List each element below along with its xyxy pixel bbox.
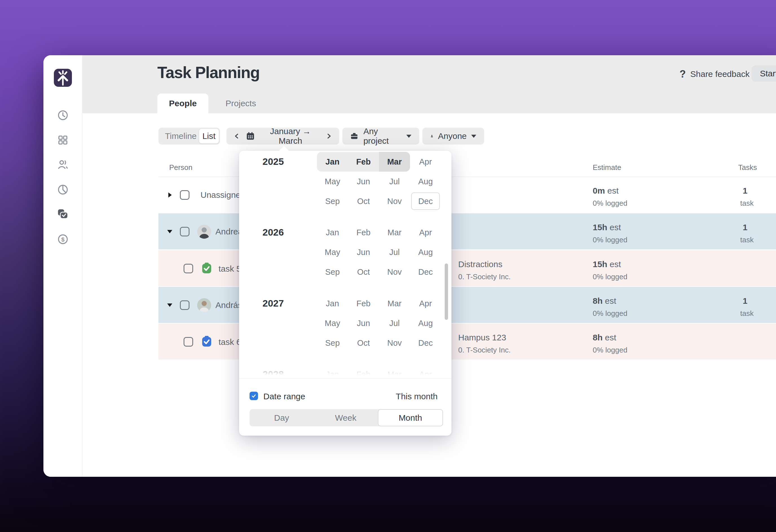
start-button-label: Start t bbox=[760, 69, 776, 78]
row-checkbox[interactable] bbox=[180, 190, 189, 200]
month-cell-2027-Mar[interactable]: Mar bbox=[379, 294, 410, 313]
year-block-2025: 2025JanFebMarAprMayJunJulAugSepOctNovDec bbox=[239, 152, 451, 211]
row-checkbox[interactable] bbox=[180, 300, 189, 310]
month-cell-2026-Aug[interactable]: Aug bbox=[410, 242, 441, 262]
app-logo[interactable] bbox=[54, 69, 72, 87]
month-cell-2026-Apr[interactable]: Apr bbox=[410, 223, 441, 242]
month-cell-2025-Jul[interactable]: Jul bbox=[379, 172, 410, 191]
logged-value: 0% logged bbox=[593, 199, 627, 208]
list-label: List bbox=[202, 131, 216, 141]
month-cell-2026-Feb[interactable]: Feb bbox=[348, 223, 379, 242]
tab-people[interactable]: People bbox=[157, 93, 208, 113]
svg-text:$: $ bbox=[61, 236, 64, 243]
sidebar-item-dashboard[interactable] bbox=[57, 135, 68, 146]
month-cell-2027-Dec[interactable]: Dec bbox=[410, 333, 441, 353]
sidebar-item-reports[interactable] bbox=[57, 184, 68, 195]
month-cell-2025-Mar[interactable]: Mar bbox=[379, 152, 410, 172]
month-cell-2025-Nov[interactable]: Nov bbox=[379, 191, 410, 211]
chevron-left-icon[interactable] bbox=[234, 133, 240, 139]
column-header-estimate: Estimate bbox=[593, 163, 621, 172]
month-cell-2027-Apr[interactable]: Apr bbox=[410, 294, 441, 313]
person-name: Unassigned bbox=[200, 190, 245, 200]
month-cell-2026-Jan[interactable]: Jan bbox=[317, 223, 348, 242]
month-cell-2025-Dec[interactable]: Dec bbox=[410, 191, 441, 211]
people-filter-button[interactable]: Anyone bbox=[422, 127, 484, 145]
month-cell-2027-Jun[interactable]: Jun bbox=[348, 313, 379, 333]
project-filter-button[interactable]: Any project bbox=[342, 127, 419, 145]
logged-value: 0% logged bbox=[593, 236, 627, 244]
sidebar-item-team[interactable] bbox=[57, 159, 68, 171]
date-range-button[interactable]: January → March bbox=[226, 127, 339, 145]
task-name: task 5 bbox=[218, 264, 241, 274]
month-cell-2027-Nov[interactable]: Nov bbox=[379, 333, 410, 353]
granularity-day[interactable]: Day bbox=[249, 409, 314, 426]
sidebar: $ bbox=[43, 55, 82, 477]
month-cell-2027-Oct[interactable]: Oct bbox=[348, 333, 379, 353]
view-toggle: Timeline List bbox=[159, 127, 220, 145]
month-cell-2027-Jan[interactable]: Jan bbox=[317, 294, 348, 313]
month-cell-2027-Aug[interactable]: Aug bbox=[410, 313, 441, 333]
month-cell-2025-Oct[interactable]: Oct bbox=[348, 191, 379, 211]
row-checkbox[interactable] bbox=[184, 337, 193, 346]
share-feedback-link[interactable]: ? Share feedback bbox=[680, 68, 750, 80]
tab-projects-label: Projects bbox=[226, 98, 256, 108]
sidebar-item-timer[interactable] bbox=[57, 109, 68, 121]
month-cell-2027-Feb[interactable]: Feb bbox=[348, 294, 379, 313]
tab-people-label: People bbox=[169, 98, 197, 108]
project-name: Distractions bbox=[458, 260, 503, 269]
view-option-timeline[interactable]: Timeline bbox=[165, 127, 197, 145]
view-option-list[interactable]: List bbox=[199, 129, 219, 144]
month-cell-2025-Apr[interactable]: Apr bbox=[410, 152, 441, 172]
month-cell-2026-Nov[interactable]: Nov bbox=[379, 262, 410, 282]
date-range-checkbox[interactable] bbox=[249, 392, 258, 400]
year-block-2026: 2026JanFebMarAprMayJunJulAugSepOctNovDec bbox=[239, 223, 451, 282]
month-cell-2027-Jul[interactable]: Jul bbox=[379, 313, 410, 333]
month-cell-2025-Jan[interactable]: Jan bbox=[317, 152, 348, 172]
month-cell-2025-Sep[interactable]: Sep bbox=[317, 191, 348, 211]
collapse-caret-icon[interactable] bbox=[167, 303, 172, 307]
dollar-icon: $ bbox=[57, 234, 68, 245]
granularity-week[interactable]: Week bbox=[314, 409, 378, 426]
briefcase-icon bbox=[350, 131, 358, 141]
collapse-caret-icon[interactable] bbox=[167, 230, 172, 233]
sidebar-item-tasks[interactable] bbox=[57, 209, 68, 220]
row-checkbox[interactable] bbox=[180, 227, 189, 236]
tasks-count: 1 bbox=[743, 186, 748, 196]
client-name: 0. T-Society Inc. bbox=[458, 272, 511, 281]
month-cell-2025-Feb[interactable]: Feb bbox=[348, 152, 379, 172]
month-cell-2026-Mar[interactable]: Mar bbox=[379, 223, 410, 242]
grid-icon bbox=[57, 135, 68, 146]
tab-projects[interactable]: Projects bbox=[219, 93, 262, 113]
granularity-month[interactable]: Month bbox=[378, 409, 443, 426]
date-range-checkbox-label[interactable]: Date range bbox=[263, 392, 305, 401]
month-cell-2026-Jul[interactable]: Jul bbox=[379, 242, 410, 262]
column-header-tasks: Tasks bbox=[738, 163, 757, 172]
start-button[interactable]: Start t bbox=[752, 65, 776, 82]
sidebar-item-billing[interactable]: $ bbox=[57, 234, 68, 245]
task-name: task 6 bbox=[218, 337, 241, 347]
estimate-value: 0m est bbox=[593, 186, 619, 196]
month-cell-2025-Jun[interactable]: Jun bbox=[348, 172, 379, 191]
month-cell-2026-Oct[interactable]: Oct bbox=[348, 262, 379, 282]
chevron-down-icon bbox=[406, 135, 411, 138]
month-scroll-area[interactable]: 2025JanFebMarAprMayJunJulAugSepOctNovDec… bbox=[239, 151, 451, 378]
tasks-unit: task bbox=[740, 236, 754, 244]
month-cell-2025-May[interactable]: May bbox=[317, 172, 348, 191]
scroll-fade-overlay bbox=[239, 357, 451, 378]
date-range-label: January → March bbox=[261, 126, 320, 146]
year-block-2027: 2027JanFebMarAprMayJunJulAugSepOctNovDec bbox=[239, 294, 451, 353]
month-cell-2027-May[interactable]: May bbox=[317, 313, 348, 333]
month-cell-2026-Dec[interactable]: Dec bbox=[410, 262, 441, 282]
month-cell-2025-Aug[interactable]: Aug bbox=[410, 172, 441, 191]
client-name: 0. T-Society Inc. bbox=[458, 346, 511, 354]
chevron-right-icon[interactable] bbox=[326, 133, 332, 139]
expand-caret-icon[interactable] bbox=[168, 193, 172, 198]
scrollbar-thumb[interactable] bbox=[445, 263, 448, 320]
this-month-link[interactable]: This month bbox=[396, 392, 438, 401]
row-checkbox[interactable] bbox=[184, 264, 193, 273]
estimate-value: 15h est bbox=[593, 260, 621, 269]
month-cell-2026-Sep[interactable]: Sep bbox=[317, 262, 348, 282]
month-cell-2027-Sep[interactable]: Sep bbox=[317, 333, 348, 353]
month-cell-2026-Jun[interactable]: Jun bbox=[348, 242, 379, 262]
month-cell-2026-May[interactable]: May bbox=[317, 242, 348, 262]
